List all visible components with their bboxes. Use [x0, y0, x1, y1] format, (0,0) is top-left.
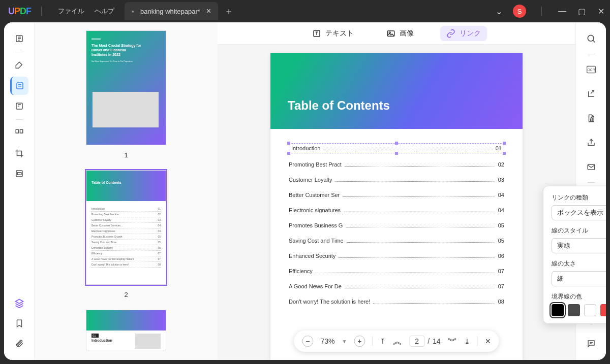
toc-item[interactable]: A Good News For De07: [289, 283, 504, 289]
toc-item[interactable]: Don't worry! The solution is here!08: [289, 299, 504, 305]
link-tool-button[interactable]: リンク: [440, 26, 487, 41]
zoom-dropdown-icon[interactable]: ▼: [342, 339, 347, 344]
main-menu: ファイル ヘルプ: [58, 7, 114, 16]
prev-page-button[interactable]: ︽: [393, 335, 402, 347]
zoom-in-button[interactable]: +: [354, 336, 365, 347]
toc-item-num: 01: [496, 145, 502, 151]
toc-item[interactable]: Customer Loyalty03: [289, 177, 504, 183]
toc-item[interactable]: Promoting Best Pract02: [289, 161, 504, 168]
toc-item-title: Introduction: [291, 145, 320, 151]
edit-tool-icon[interactable]: [10, 77, 28, 95]
maximize-button[interactable]: ▢: [576, 6, 587, 16]
workarea: The Most Crucial Strategy for Banks and …: [4, 22, 606, 360]
close-icon[interactable]: ×: [206, 7, 211, 16]
color-swatch-black[interactable]: [552, 304, 564, 316]
popup-style-label: 線のスタイル: [552, 226, 606, 235]
total-pages: 14: [433, 337, 441, 345]
main-view: テキスト 画像 リンク Table of Contents Introducti…: [218, 22, 575, 360]
titlebar: UPDF ファイル ヘルプ ▾ banking whitepapar* × ＋ …: [0, 0, 610, 22]
popup-type-label: リンクの種類: [552, 193, 606, 202]
image-tool-button[interactable]: 画像: [380, 26, 420, 41]
line-weight-select[interactable]: 細▼: [552, 271, 606, 286]
text-tool-label: テキスト: [325, 29, 354, 38]
zoom-level[interactable]: 73%: [320, 337, 334, 345]
color-swatches: [552, 304, 606, 316]
toc-list: Introduction01 Promoting Best Pract02 Cu…: [270, 129, 523, 328]
comment-icon[interactable]: [582, 335, 600, 353]
thumbnail-page-2[interactable]: Table of Contents Introduction01 Promoti…: [86, 170, 166, 285]
svg-rect-4: [20, 129, 22, 133]
next-page-button[interactable]: ︾: [448, 335, 457, 347]
page-title: Table of Contents: [270, 53, 523, 129]
edit-toolbar: テキスト 画像 リンク: [218, 22, 575, 45]
link-type-select[interactable]: ボックスを表示▼: [552, 205, 606, 220]
page-2: Table of Contents Introduction01 Promoti…: [270, 53, 523, 360]
organize-tool-icon[interactable]: [10, 124, 28, 142]
separator: [541, 7, 542, 16]
menu-help[interactable]: ヘルプ: [95, 7, 114, 16]
toc-item[interactable]: Better Customer Ser04: [289, 192, 504, 198]
dropdown-icon[interactable]: ▾: [132, 9, 134, 14]
page-nav-bar: − 73% ▼ + ⤒ ︽ 2 / 14 ︾ ⤓ ✕: [294, 330, 499, 352]
toc-item[interactable]: Enhanced Security06: [289, 253, 504, 259]
redact-tool-icon[interactable]: [10, 164, 28, 183]
share-icon[interactable]: [582, 134, 600, 152]
page-separator: /: [428, 337, 430, 345]
svg-text:OCR: OCR: [587, 68, 595, 72]
popup-color-label: 境界線の色: [552, 292, 606, 301]
thumb1-sub: No More Expenses! It's Time to Go Paperl…: [92, 60, 161, 62]
search-icon[interactable]: [582, 29, 600, 48]
document-tab[interactable]: ▾ banking whitepapar* ×: [125, 2, 218, 20]
thumbnail-page-1[interactable]: The Most Crucial Strategy for Banks and …: [86, 30, 166, 145]
mail-icon[interactable]: [582, 158, 600, 176]
app-logo: UPDF: [8, 6, 31, 17]
zoom-out-button[interactable]: −: [302, 336, 313, 347]
color-swatch-gray[interactable]: [568, 304, 580, 316]
svg-rect-3: [16, 129, 18, 133]
add-tab-button[interactable]: ＋: [224, 5, 233, 17]
toc-item[interactable]: Electronic signatures04: [289, 207, 504, 213]
minimize-button[interactable]: —: [557, 6, 567, 16]
thumb-number-2: 2: [124, 291, 128, 299]
ocr-icon[interactable]: OCR: [582, 60, 600, 79]
thumbnail-panel: The Most Crucial Strategy for Banks and …: [35, 22, 218, 360]
color-swatch-red[interactable]: [600, 304, 606, 316]
form-tool-icon[interactable]: [10, 97, 28, 115]
crop-tool-icon[interactable]: [10, 144, 28, 162]
toc-item[interactable]: Saving Cost and Time05: [289, 238, 504, 244]
menu-file[interactable]: ファイル: [58, 7, 84, 16]
protect-icon[interactable]: [582, 109, 600, 127]
separator: [41, 7, 42, 16]
line-style-select[interactable]: 実線▼: [552, 238, 606, 253]
close-button[interactable]: ✕: [596, 6, 606, 16]
current-page[interactable]: 2: [409, 336, 424, 347]
export-icon[interactable]: [582, 85, 600, 103]
chevron-down-icon[interactable]: ⌄: [494, 6, 504, 16]
left-toolbar: [4, 22, 35, 360]
color-swatch-white[interactable]: [584, 304, 596, 316]
toc-item[interactable]: Efficiency07: [289, 268, 504, 274]
thumb2-title: Table of Contents: [86, 171, 166, 201]
thumbnail-page-3[interactable]: 01Introduction: [86, 310, 166, 350]
text-tool-button[interactable]: テキスト: [306, 26, 360, 41]
link-properties-popup: リンクの種類 ボックスを表示▼ 線のスタイル 実線▼ 線の太さ 細▼ 境界線の色: [543, 186, 606, 324]
svg-point-10: [588, 35, 594, 41]
popup-weight-label: 線の太さ: [552, 259, 606, 268]
reader-tool-icon[interactable]: [10, 29, 28, 48]
close-nav-button[interactable]: ✕: [485, 337, 491, 345]
highlighter-tool-icon[interactable]: [10, 56, 28, 75]
link-tool-label: リンク: [460, 29, 481, 38]
link-selection[interactable]: Introduction01: [289, 143, 504, 153]
attachment-icon[interactable]: [10, 335, 28, 353]
image-tool-label: 画像: [400, 29, 414, 38]
avatar[interactable]: S: [513, 5, 526, 18]
document-area[interactable]: Table of Contents Introduction01 Promoti…: [218, 45, 575, 360]
first-page-button[interactable]: ⤒: [380, 337, 386, 345]
thumb-number-1: 1: [124, 151, 128, 159]
layers-icon[interactable]: [10, 294, 28, 312]
thumb1-title: The Most Crucial Strategy for Banks and …: [92, 43, 142, 57]
svg-rect-6: [17, 173, 21, 175]
toc-item[interactable]: Promotes Business G05: [289, 222, 504, 228]
last-page-button[interactable]: ⤓: [464, 337, 470, 345]
bookmark-icon[interactable]: [10, 314, 28, 333]
